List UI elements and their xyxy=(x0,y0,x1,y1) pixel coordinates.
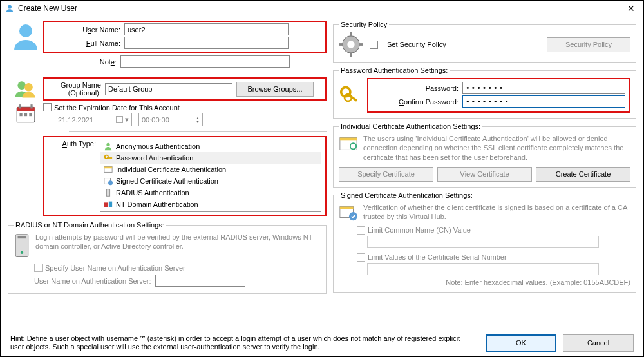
auth-option-radius[interactable]: RADIUS Authentication xyxy=(100,187,321,198)
svg-rect-10 xyxy=(29,113,32,116)
create-certificate-button[interactable]: Create Certificate xyxy=(536,167,630,182)
svg-rect-37 xyxy=(340,207,354,209)
limit-sn-input xyxy=(367,263,599,275)
create-user-dialog: Create New User ✕ User Name: Full xyxy=(0,0,644,357)
set-security-checkbox[interactable] xyxy=(370,41,378,49)
svg-rect-13 xyxy=(107,157,112,159)
svg-point-2 xyxy=(17,81,26,90)
separator xyxy=(69,73,327,73)
group-box: Group Name(Optional): Browse Groups... xyxy=(43,77,327,101)
window-title: Create New User xyxy=(18,4,623,13)
svg-rect-28 xyxy=(339,43,343,46)
user-icon xyxy=(5,4,14,13)
group-name-input[interactable] xyxy=(105,83,232,95)
browse-groups-button[interactable]: Browse Groups... xyxy=(236,82,314,97)
svg-point-1 xyxy=(19,24,32,37)
auth-type-box: Auth Type: Anonymous AuthenticationPassw… xyxy=(43,136,327,216)
user-person-icon xyxy=(8,21,43,52)
svg-point-3 xyxy=(24,83,33,92)
svg-rect-9 xyxy=(24,113,26,116)
password-input[interactable] xyxy=(462,82,625,94)
auth-option-signed[interactable]: Signed Certificate Authentication xyxy=(100,175,321,187)
cancel-button[interactable]: Cancel xyxy=(563,334,634,352)
svg-rect-26 xyxy=(350,32,352,37)
time-spinner[interactable]: ▲▼ xyxy=(196,116,200,124)
radius-group: RADIUS or NT Domain Authentication Setti… xyxy=(8,221,327,294)
calendar-icon xyxy=(8,103,43,125)
svg-rect-19 xyxy=(104,203,108,207)
expiration-time-input[interactable]: 00:00:00 ▲▼ xyxy=(138,113,203,126)
server-icon xyxy=(14,233,30,260)
svg-rect-29 xyxy=(359,43,363,46)
svg-rect-34 xyxy=(340,138,357,141)
svg-point-25 xyxy=(347,41,354,48)
ok-button[interactable]: OK xyxy=(486,334,556,352)
confirm-password-input[interactable] xyxy=(462,95,625,108)
certificate-icon xyxy=(339,134,358,153)
password-auth-group: Password Authentication Settings: Passwo… xyxy=(333,66,636,119)
expiration-date-input[interactable]: 21.12.2021 ▾ xyxy=(55,113,132,126)
signed-cert-group: Signed Certificate Authentication Settin… xyxy=(333,191,636,293)
password-fields-box: Password: Confirm Password: xyxy=(367,78,630,113)
fullname-input[interactable] xyxy=(124,37,289,49)
radius-username-input xyxy=(155,275,245,287)
svg-rect-6 xyxy=(19,104,21,108)
svg-point-23 xyxy=(21,251,23,254)
limit-cn-checkbox xyxy=(357,226,365,235)
username-fullname-box: User Name: Full Name: xyxy=(43,21,327,53)
auth-option-pwd[interactable]: Password Authentication xyxy=(100,152,321,164)
svg-rect-8 xyxy=(19,113,22,116)
svg-rect-22 xyxy=(18,236,26,238)
limit-sn-checkbox xyxy=(357,253,365,262)
close-button[interactable]: ✕ xyxy=(623,3,639,14)
dropdown-icon: ▾ xyxy=(116,115,129,124)
username-input[interactable] xyxy=(124,23,289,35)
svg-rect-27 xyxy=(350,52,352,57)
svg-point-0 xyxy=(8,5,12,8)
limit-cn-input xyxy=(367,236,599,248)
auth-type-list[interactable]: Anonymous AuthenticationPassword Authent… xyxy=(100,140,321,212)
auth-option-nt[interactable]: NT Domain Authentication xyxy=(100,198,321,210)
svg-rect-7 xyxy=(30,104,32,108)
specify-certificate-button: Specify Certificate xyxy=(339,167,433,182)
auth-option-cert[interactable]: Individual Certificate Authentication xyxy=(100,164,321,175)
gear-icon xyxy=(339,32,363,57)
security-policy-button: Security Policy xyxy=(547,37,630,52)
svg-point-11 xyxy=(106,143,109,146)
svg-rect-18 xyxy=(106,189,109,197)
auth-option-anon[interactable]: Anonymous Authentication xyxy=(100,140,321,152)
specify-username-checkbox xyxy=(34,264,43,272)
expiration-checkbox[interactable] xyxy=(43,103,52,111)
separator xyxy=(69,131,327,132)
signed-cert-icon xyxy=(339,203,358,222)
note-input[interactable] xyxy=(120,55,290,68)
security-policy-group: Security Policy Set Security Policy Secu… xyxy=(333,21,636,63)
view-certificate-button: View Certificate xyxy=(437,167,532,182)
footer-hint: Hint: Define a user object with username… xyxy=(10,334,475,352)
group-icon xyxy=(8,79,43,99)
individual-cert-group: Individual Certificate Authentication Se… xyxy=(333,122,636,188)
svg-rect-15 xyxy=(104,167,112,169)
titlebar: Create New User ✕ xyxy=(1,1,643,15)
svg-rect-20 xyxy=(109,202,112,207)
svg-point-17 xyxy=(108,180,113,185)
key-icon xyxy=(339,84,362,107)
